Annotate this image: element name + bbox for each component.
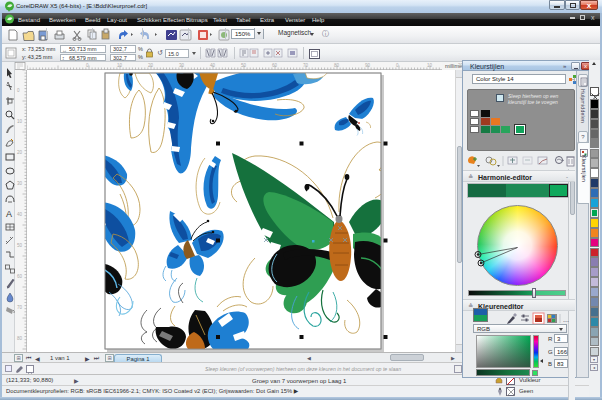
svg-text:A: A [6, 209, 12, 219]
svg-text:...: ... [563, 316, 569, 323]
